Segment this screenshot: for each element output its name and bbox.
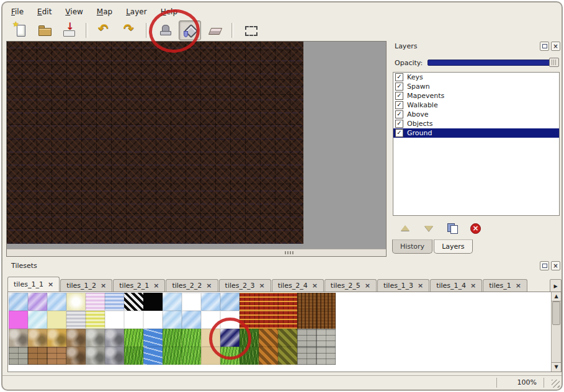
float-panel-icon[interactable]	[540, 42, 549, 51]
tileset-tile[interactable]	[28, 311, 47, 329]
layer-visible-checkbox[interactable]: ✓	[395, 73, 403, 81]
layer-row-walkable[interactable]: ✓Walkable	[393, 100, 559, 110]
tileset-tile[interactable]	[316, 329, 336, 347]
tileset-tile[interactable]	[9, 347, 28, 365]
menu-edit[interactable]: Edit	[36, 6, 53, 17]
tileset-tab-tiles_1_1[interactable]: tiles_1_1×	[7, 277, 60, 292]
tileset-tile[interactable]	[47, 311, 66, 329]
tileset-tile[interactable]	[220, 329, 239, 347]
panel-tab-layers[interactable]: Layers	[434, 239, 472, 254]
tileset-tab-tiles_1_3[interactable]: tiles_1_3×	[377, 279, 429, 292]
tileset-tile[interactable]	[278, 347, 297, 365]
menu-file[interactable]: File	[10, 6, 25, 17]
undo-button[interactable]	[94, 21, 115, 40]
menu-layer[interactable]: Layer	[125, 6, 148, 17]
eraser-button[interactable]	[204, 21, 225, 40]
tileset-tile[interactable]	[182, 293, 201, 311]
tileset-tile[interactable]	[143, 293, 163, 311]
scrollbar-grip-icon[interactable]	[285, 251, 295, 254]
tileset-tab-tiles_1_4[interactable]: tiles_1_4×	[430, 279, 482, 292]
tab-close-icon[interactable]: ×	[470, 282, 476, 289]
layer-row-objects[interactable]: ✓Objects	[393, 119, 559, 128]
tileset-tile[interactable]	[316, 293, 336, 311]
tileset-tile[interactable]	[28, 347, 47, 365]
layer-row-above[interactable]: ✓Above	[393, 110, 559, 119]
tileset-tile[interactable]	[259, 293, 278, 311]
map-horizontal-scrollbar[interactable]	[7, 249, 386, 256]
tileset-tile[interactable]	[86, 347, 105, 365]
tileset-tile[interactable]	[124, 311, 143, 329]
tileset-tab-tiles_2_4[interactable]: tiles_2_4×	[272, 279, 324, 292]
close-panel-icon[interactable]: ×	[551, 42, 560, 51]
tileset-tile[interactable]	[86, 311, 105, 329]
tileset-tab-tiles_2_3[interactable]: tiles_2_3×	[219, 279, 271, 292]
tileset-tile[interactable]	[259, 347, 278, 365]
tileset-tile[interactable]	[201, 347, 220, 365]
tab-close-icon[interactable]: ×	[206, 282, 212, 289]
tileset-tile[interactable]	[182, 347, 201, 365]
tileset-tile[interactable]	[163, 347, 182, 365]
tab-close-icon[interactable]: ×	[418, 282, 423, 289]
tileset-tile[interactable]	[66, 347, 86, 365]
tab-close-icon[interactable]: ×	[259, 282, 264, 289]
tileset-tile[interactable]	[297, 311, 316, 329]
tab-close-icon[interactable]: ×	[516, 282, 521, 289]
tab-close-icon[interactable]: ×	[48, 281, 53, 288]
tileset-tile[interactable]	[66, 311, 86, 329]
tileset-tile[interactable]	[316, 347, 336, 365]
tileset-tile[interactable]	[259, 329, 278, 347]
stamp-button[interactable]	[154, 21, 176, 40]
raise-layer-button[interactable]	[398, 222, 412, 234]
tab-close-icon[interactable]: ×	[101, 282, 106, 289]
tileset-tile[interactable]	[163, 293, 182, 311]
tileset-tab-tiles_1[interactable]: tiles_1×	[483, 279, 527, 292]
tileset-tile[interactable]	[239, 293, 259, 311]
tileset-tile[interactable]	[163, 329, 182, 347]
opacity-slider[interactable]	[427, 60, 559, 66]
layer-row-ground[interactable]: ✓Ground	[393, 128, 559, 138]
tileset-tile[interactable]	[9, 329, 28, 347]
select-button[interactable]	[240, 21, 261, 40]
layer-row-keys[interactable]: ✓Keys	[393, 73, 559, 82]
tileset-tab-tiles_2_2[interactable]: tiles_2_2×	[166, 279, 218, 292]
float-panel-icon[interactable]	[540, 261, 549, 270]
layer-visible-checkbox[interactable]: ✓	[395, 110, 403, 118]
tileset-tile[interactable]	[143, 347, 163, 365]
close-panel-icon[interactable]: ×	[551, 261, 560, 270]
tileset-tile[interactable]	[316, 311, 336, 329]
map-canvas[interactable]	[7, 42, 303, 244]
tab-close-icon[interactable]: ×	[153, 282, 159, 289]
redo-button[interactable]	[119, 21, 140, 40]
layer-visible-checkbox[interactable]: ✓	[395, 120, 403, 128]
tileset-tile[interactable]	[278, 311, 297, 329]
opacity-slider-handle[interactable]	[549, 58, 559, 67]
menu-view[interactable]: View	[64, 6, 84, 17]
layer-row-spawn[interactable]: ✓Spawn	[393, 82, 559, 91]
delete-layer-button[interactable]	[469, 222, 483, 234]
tileset-vertical-scrollbar[interactable]: ▲ ▼	[551, 292, 561, 372]
tileset-tile[interactable]	[105, 347, 124, 365]
tileset-tile[interactable]	[86, 293, 105, 311]
tileset-tile[interactable]	[9, 311, 28, 329]
tileset-tile[interactable]	[239, 347, 259, 365]
tileset-tile[interactable]	[239, 311, 259, 329]
fill-button[interactable]	[179, 20, 201, 40]
open-button[interactable]	[34, 21, 55, 40]
scrollbar-thumb[interactable]	[552, 301, 560, 325]
tileset-tile[interactable]	[9, 293, 28, 311]
tileset-tile[interactable]	[201, 329, 220, 347]
tileset-tile[interactable]	[278, 329, 297, 347]
tileset-tab-tiles_2_5[interactable]: tiles_2_5×	[325, 279, 377, 292]
tileset-tile[interactable]	[201, 311, 220, 329]
tileset-tile[interactable]	[124, 293, 143, 311]
tileset-tile[interactable]	[163, 311, 182, 329]
new-button[interactable]	[10, 21, 31, 40]
layer-visible-checkbox[interactable]: ✓	[395, 129, 403, 137]
tileset-tile[interactable]	[297, 347, 316, 365]
resize-grip-icon[interactable]	[552, 380, 560, 388]
tileset-tile[interactable]	[182, 311, 201, 329]
tileset-tile[interactable]	[143, 329, 163, 347]
tab-close-icon[interactable]: ×	[365, 282, 370, 289]
menu-map[interactable]: Map	[96, 6, 114, 17]
tileset-tab-tiles_1_2[interactable]: tiles_1_2×	[60, 279, 112, 292]
